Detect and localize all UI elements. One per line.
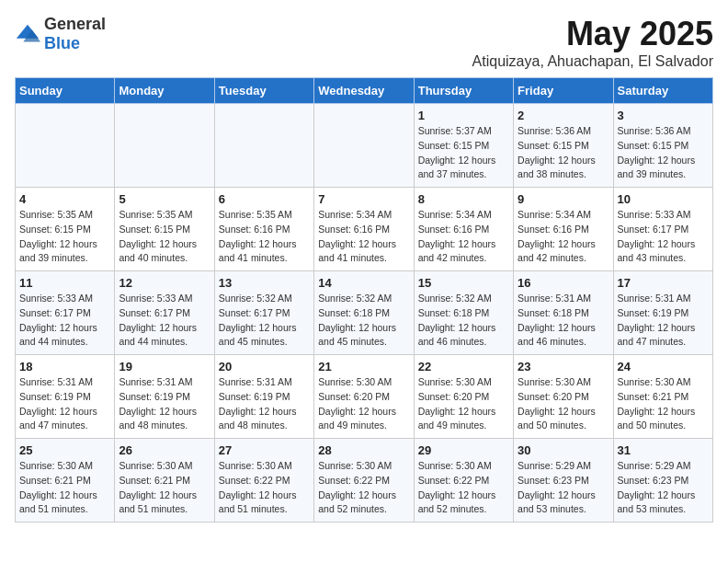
day-number: 16 bbox=[518, 276, 609, 290]
day-info: Sunrise: 5:31 AM Sunset: 6:19 PM Dayligh… bbox=[219, 375, 310, 433]
calendar-cell: 7 Sunrise: 5:34 AM Sunset: 6:16 PM Dayli… bbox=[314, 188, 414, 271]
day-info: Sunrise: 5:34 AM Sunset: 6:16 PM Dayligh… bbox=[518, 208, 609, 266]
daylight-text: Daylight: 12 hours and 50 minutes. bbox=[618, 406, 696, 431]
calendar-cell: 29 Sunrise: 5:30 AM Sunset: 6:22 PM Dayl… bbox=[414, 439, 513, 523]
day-info: Sunrise: 5:32 AM Sunset: 6:17 PM Dayligh… bbox=[219, 292, 310, 350]
calendar-cell: 8 Sunrise: 5:34 AM Sunset: 6:16 PM Dayli… bbox=[414, 188, 513, 271]
day-info: Sunrise: 5:36 AM Sunset: 6:15 PM Dayligh… bbox=[518, 124, 609, 182]
daylight-text: Daylight: 12 hours and 53 minutes. bbox=[518, 489, 596, 515]
daylight-text: Daylight: 12 hours and 51 minutes. bbox=[19, 489, 97, 515]
day-number: 6 bbox=[219, 192, 310, 206]
sunset-text: Sunset: 6:21 PM bbox=[618, 391, 689, 402]
column-header-friday: Friday bbox=[514, 78, 613, 104]
day-number: 2 bbox=[518, 109, 609, 122]
daylight-text: Daylight: 12 hours and 42 minutes. bbox=[518, 238, 596, 264]
daylight-text: Daylight: 12 hours and 38 minutes. bbox=[518, 155, 596, 180]
sunset-text: Sunset: 6:20 PM bbox=[318, 391, 390, 402]
daylight-text: Daylight: 12 hours and 45 minutes. bbox=[219, 322, 297, 348]
day-number: 19 bbox=[119, 360, 210, 373]
day-number: 25 bbox=[19, 443, 110, 457]
calendar-cell: 31 Sunrise: 5:29 AM Sunset: 6:23 PM Dayl… bbox=[613, 439, 712, 523]
day-number: 3 bbox=[618, 109, 709, 122]
calendar-cell: 20 Sunrise: 5:31 AM Sunset: 6:19 PM Dayl… bbox=[214, 355, 313, 439]
calendar-cell: 21 Sunrise: 5:30 AM Sunset: 6:20 PM Dayl… bbox=[314, 355, 414, 439]
calendar-cell: 10 Sunrise: 5:33 AM Sunset: 6:17 PM Dayl… bbox=[613, 188, 712, 271]
sunrise-text: Sunrise: 5:30 AM bbox=[518, 376, 591, 387]
sunset-text: Sunset: 6:18 PM bbox=[418, 307, 490, 318]
day-info: Sunrise: 5:31 AM Sunset: 6:19 PM Dayligh… bbox=[119, 375, 210, 433]
sunset-text: Sunset: 6:15 PM bbox=[518, 140, 589, 151]
sunrise-text: Sunrise: 5:34 AM bbox=[518, 209, 591, 220]
sunset-text: Sunset: 6:17 PM bbox=[219, 307, 290, 318]
day-info: Sunrise: 5:30 AM Sunset: 6:20 PM Dayligh… bbox=[418, 375, 509, 433]
sunrise-text: Sunrise: 5:33 AM bbox=[119, 293, 192, 304]
sunrise-text: Sunrise: 5:34 AM bbox=[418, 209, 492, 220]
calendar-cell: 27 Sunrise: 5:30 AM Sunset: 6:22 PM Dayl… bbox=[214, 439, 313, 523]
day-number: 11 bbox=[19, 276, 110, 290]
calendar-cell: 2 Sunrise: 5:36 AM Sunset: 6:15 PM Dayli… bbox=[514, 104, 613, 188]
day-number: 10 bbox=[618, 192, 709, 206]
calendar-cell: 22 Sunrise: 5:30 AM Sunset: 6:20 PM Dayl… bbox=[414, 355, 513, 439]
daylight-text: Daylight: 12 hours and 37 minutes. bbox=[418, 155, 496, 180]
daylight-text: Daylight: 12 hours and 40 minutes. bbox=[119, 238, 197, 264]
day-info: Sunrise: 5:31 AM Sunset: 6:18 PM Dayligh… bbox=[518, 292, 609, 350]
calendar-cell: 4 Sunrise: 5:35 AM Sunset: 6:15 PM Dayli… bbox=[16, 188, 115, 271]
day-number: 27 bbox=[219, 443, 310, 457]
day-info: Sunrise: 5:30 AM Sunset: 6:20 PM Dayligh… bbox=[318, 375, 409, 433]
daylight-text: Daylight: 12 hours and 42 minutes. bbox=[418, 238, 496, 264]
calendar-cell bbox=[16, 104, 115, 188]
week-row-1: 1 Sunrise: 5:37 AM Sunset: 6:15 PM Dayli… bbox=[16, 104, 713, 188]
sunset-text: Sunset: 6:19 PM bbox=[19, 391, 91, 402]
day-info: Sunrise: 5:29 AM Sunset: 6:23 PM Dayligh… bbox=[618, 459, 709, 517]
daylight-text: Daylight: 12 hours and 48 minutes. bbox=[119, 406, 197, 431]
day-info: Sunrise: 5:35 AM Sunset: 6:15 PM Dayligh… bbox=[19, 208, 110, 266]
sunset-text: Sunset: 6:20 PM bbox=[418, 391, 490, 402]
sunset-text: Sunset: 6:19 PM bbox=[219, 391, 290, 402]
daylight-text: Daylight: 12 hours and 52 minutes. bbox=[318, 489, 396, 515]
sunset-text: Sunset: 6:18 PM bbox=[518, 307, 589, 318]
sunrise-text: Sunrise: 5:33 AM bbox=[618, 209, 691, 220]
title-section: May 2025 Atiquizaya, Ahuachapan, El Salv… bbox=[472, 15, 713, 70]
sunrise-text: Sunrise: 5:30 AM bbox=[318, 376, 392, 387]
week-row-5: 25 Sunrise: 5:30 AM Sunset: 6:21 PM Dayl… bbox=[16, 439, 713, 523]
sunrise-text: Sunrise: 5:29 AM bbox=[618, 460, 691, 471]
sunset-text: Sunset: 6:17 PM bbox=[19, 307, 91, 318]
page-header: General Blue May 2025 Atiquizaya, Ahuach… bbox=[15, 15, 713, 70]
sunset-text: Sunset: 6:15 PM bbox=[19, 224, 91, 235]
day-number: 17 bbox=[618, 276, 709, 290]
calendar-cell: 25 Sunrise: 5:30 AM Sunset: 6:21 PM Dayl… bbox=[16, 439, 115, 523]
daylight-text: Daylight: 12 hours and 51 minutes. bbox=[219, 489, 297, 515]
daylight-text: Daylight: 12 hours and 46 minutes. bbox=[518, 322, 596, 348]
daylight-text: Daylight: 12 hours and 50 minutes. bbox=[518, 406, 596, 431]
sunset-text: Sunset: 6:16 PM bbox=[318, 224, 390, 235]
week-row-3: 11 Sunrise: 5:33 AM Sunset: 6:17 PM Dayl… bbox=[16, 271, 713, 355]
day-number: 23 bbox=[518, 360, 609, 373]
calendar-cell: 30 Sunrise: 5:29 AM Sunset: 6:23 PM Dayl… bbox=[514, 439, 613, 523]
sunrise-text: Sunrise: 5:32 AM bbox=[418, 293, 492, 304]
day-info: Sunrise: 5:34 AM Sunset: 6:16 PM Dayligh… bbox=[318, 208, 409, 266]
daylight-text: Daylight: 12 hours and 39 minutes. bbox=[19, 238, 97, 264]
logo-text: General Blue bbox=[44, 15, 106, 53]
daylight-text: Daylight: 12 hours and 49 minutes. bbox=[418, 406, 496, 431]
sunset-text: Sunset: 6:21 PM bbox=[119, 475, 190, 486]
sunrise-text: Sunrise: 5:30 AM bbox=[418, 460, 492, 471]
calendar-cell: 9 Sunrise: 5:34 AM Sunset: 6:16 PM Dayli… bbox=[514, 188, 613, 271]
sunset-text: Sunset: 6:23 PM bbox=[518, 475, 589, 486]
calendar-cell bbox=[115, 104, 214, 188]
day-number: 28 bbox=[318, 443, 409, 457]
daylight-text: Daylight: 12 hours and 53 minutes. bbox=[618, 489, 696, 515]
day-info: Sunrise: 5:34 AM Sunset: 6:16 PM Dayligh… bbox=[418, 208, 509, 266]
daylight-text: Daylight: 12 hours and 44 minutes. bbox=[119, 322, 197, 348]
calendar-cell bbox=[314, 104, 414, 188]
sunset-text: Sunset: 6:15 PM bbox=[119, 224, 190, 235]
sunrise-text: Sunrise: 5:35 AM bbox=[219, 209, 292, 220]
column-header-saturday: Saturday bbox=[613, 78, 712, 104]
daylight-text: Daylight: 12 hours and 45 minutes. bbox=[318, 322, 396, 348]
day-number: 26 bbox=[119, 443, 210, 457]
day-info: Sunrise: 5:30 AM Sunset: 6:21 PM Dayligh… bbox=[618, 375, 709, 433]
day-number: 24 bbox=[618, 360, 709, 373]
day-number: 21 bbox=[318, 360, 409, 373]
day-info: Sunrise: 5:37 AM Sunset: 6:15 PM Dayligh… bbox=[418, 124, 509, 182]
sunset-text: Sunset: 6:22 PM bbox=[418, 475, 490, 486]
calendar-table: SundayMondayTuesdayWednesdayThursdayFrid… bbox=[15, 77, 713, 523]
